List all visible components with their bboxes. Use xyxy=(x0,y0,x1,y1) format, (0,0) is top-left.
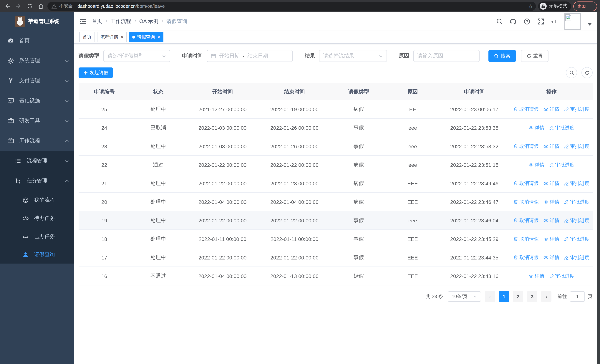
collapse-sidebar-icon[interactable] xyxy=(79,18,87,25)
page-button-2[interactable]: 2 xyxy=(513,291,523,302)
sidebar-item-leave-query[interactable]: 请假查询 xyxy=(0,245,74,263)
tag-home[interactable]: 首页 xyxy=(79,32,95,42)
approval-progress-link[interactable]: 审批进度 xyxy=(564,180,590,187)
browser-home-icon[interactable] xyxy=(36,2,45,10)
detail-link[interactable]: 详情 xyxy=(544,106,559,112)
approval-progress-link[interactable]: 审批进度 xyxy=(549,273,574,279)
table-row: 19 处理中 2022-01-22 00:00:00 2022-01-22 00… xyxy=(79,211,593,230)
detail-link[interactable]: 详情 xyxy=(528,273,544,279)
approval-progress-link[interactable]: 审批进度 xyxy=(564,143,590,149)
browser-back-icon[interactable] xyxy=(3,2,12,10)
detail-link[interactable]: 详情 xyxy=(544,198,559,205)
sidebar-item-task-mgmt[interactable]: 任务管理 xyxy=(0,171,74,191)
approval-progress-link[interactable]: 审批进度 xyxy=(564,217,590,224)
cell-apply-time: 2022-01-23 00:06:17 xyxy=(438,106,510,112)
tag-process-detail[interactable]: 流程详情 × xyxy=(97,32,127,42)
cell-apply-time: 2022-01-22 23:53:35 xyxy=(438,125,510,131)
detail-link[interactable]: 详情 xyxy=(544,180,559,187)
goto-page-input[interactable] xyxy=(570,291,585,302)
approval-progress-link[interactable]: 审批进度 xyxy=(549,161,574,168)
sidebar-item-done-tasks[interactable]: 已办任务 xyxy=(0,227,74,245)
approval-progress-link[interactable]: 审批进度 xyxy=(564,106,590,112)
sidebar-item-my-process[interactable]: 我的流程 xyxy=(0,191,74,209)
breadcrumb-oa-example[interactable]: OA 示例 xyxy=(139,18,159,25)
sidebar-item-infrastructure[interactable]: 基础设施 xyxy=(0,91,74,111)
refresh-button[interactable] xyxy=(581,67,593,78)
reason-input[interactable]: 请输入原因 xyxy=(413,50,479,62)
bookmark-icon[interactable]: ☆ xyxy=(528,3,533,9)
search-button[interactable]: 搜索 xyxy=(488,50,516,62)
window-scrollbar-track[interactable] xyxy=(597,12,600,364)
cancel-leave-link[interactable]: 取消请假 xyxy=(514,106,539,112)
next-page-button[interactable]: › xyxy=(541,291,552,302)
url-bar[interactable]: 不安全 dashboard.yudao.iocoder.cn/bpm/oa/le… xyxy=(47,2,536,10)
cell-id: 22 xyxy=(79,162,130,168)
cell-leave-type: 婚假 xyxy=(330,273,387,279)
browser-reload-icon[interactable] xyxy=(25,2,34,10)
tag-leave-query[interactable]: 请假查询 × xyxy=(129,32,163,42)
breadcrumb-workflow[interactable]: 工作流程 xyxy=(111,18,131,25)
page-button-3[interactable]: 3 xyxy=(527,291,537,302)
result-select[interactable]: 请选择流结果 xyxy=(319,50,387,62)
help-icon[interactable]: ? xyxy=(523,18,530,25)
cell-status: 处理中 xyxy=(130,106,187,112)
cancel-leave-link[interactable]: 取消请假 xyxy=(514,143,539,149)
page-button-1[interactable]: 1 xyxy=(499,291,509,302)
detail-link[interactable]: 详情 xyxy=(544,217,559,224)
breadcrumb-home[interactable]: 首页 xyxy=(92,18,102,25)
close-icon[interactable]: × xyxy=(121,35,123,40)
reset-button[interactable]: 重置 xyxy=(521,50,548,62)
sidebar-item-workflow[interactable]: 工作流程 xyxy=(0,131,74,151)
close-icon[interactable]: × xyxy=(158,35,160,40)
security-warning-icon[interactable] xyxy=(51,2,57,10)
cancel-leave-link[interactable]: 取消请假 xyxy=(514,254,539,261)
date-end-placeholder: 结束日期 xyxy=(247,53,268,59)
cell-status: 处理中 xyxy=(130,180,187,187)
show-search-button[interactable] xyxy=(566,67,577,78)
avatar[interactable] xyxy=(564,13,581,30)
github-icon[interactable] xyxy=(510,18,517,25)
cell-reason: EE xyxy=(387,106,438,112)
detail-link[interactable]: 详情 xyxy=(544,143,559,149)
sidebar-item-system[interactable]: 系统管理 xyxy=(0,51,74,71)
search-icon[interactable] xyxy=(496,18,503,25)
fullscreen-icon[interactable] xyxy=(537,18,544,25)
table-row: 20 处理中 2022-01-04 00:00:00 2022-01-04 00… xyxy=(79,193,593,211)
cancel-leave-link[interactable]: 取消请假 xyxy=(514,180,539,187)
font-size-icon[interactable]: TT xyxy=(551,18,558,25)
detail-link[interactable]: 详情 xyxy=(528,161,544,168)
approval-progress-link[interactable]: 审批进度 xyxy=(564,198,590,205)
apply-time-range-picker[interactable]: 开始日期 - 结束日期 xyxy=(207,50,293,62)
total-count: 共 23 条 xyxy=(426,293,443,300)
update-button[interactable]: 更新 ⋮ xyxy=(573,1,597,11)
sidebar-item-home[interactable]: 首页 xyxy=(0,31,74,51)
cell-id: 18 xyxy=(79,236,130,242)
monitor-icon xyxy=(7,97,14,104)
create-leave-button[interactable]: 发起请假 xyxy=(79,67,113,78)
cell-actions: 取消请假 详情 审批进度 xyxy=(510,217,593,224)
sidebar-item-todo-tasks[interactable]: 待办任务 xyxy=(0,209,74,227)
goto-suffix: 页 xyxy=(588,293,593,300)
page-size-select[interactable]: 10条/页 xyxy=(448,291,481,302)
cancel-leave-link[interactable]: 取消请假 xyxy=(514,235,539,242)
browser-forward-icon[interactable] xyxy=(14,2,23,10)
chevron-down-icon[interactable] xyxy=(587,23,592,25)
detail-link[interactable]: 详情 xyxy=(544,235,559,242)
table-body: 25 处理中 2021-12-27 00:00:00 2022-01-19 00… xyxy=(79,100,593,285)
cancel-leave-link[interactable]: 取消请假 xyxy=(514,198,539,205)
sidebar-item-process-mgmt[interactable]: 流程管理 xyxy=(0,151,74,171)
chevron-down-icon xyxy=(65,59,69,63)
browser-menu-icon[interactable]: ⋮ xyxy=(590,4,594,9)
detail-link[interactable]: 详情 xyxy=(544,254,559,261)
prev-page-button[interactable]: ‹ xyxy=(485,291,495,302)
sidebar-item-devtools[interactable]: 研发工具 xyxy=(0,111,74,131)
cancel-leave-link[interactable]: 取消请假 xyxy=(514,217,539,224)
sidebar-item-payment[interactable]: ¥ 支付管理 xyxy=(0,71,74,91)
approval-progress-link[interactable]: 审批进度 xyxy=(564,254,590,261)
approval-progress-link[interactable]: 审批进度 xyxy=(564,235,590,242)
approval-progress-link[interactable]: 审批进度 xyxy=(549,124,574,131)
table-row: 22 通过 2022-01-22 00:00:00 2022-01-22 00:… xyxy=(79,156,593,174)
detail-link[interactable]: 详情 xyxy=(528,124,544,131)
eye-closed-icon xyxy=(22,233,29,240)
leave-type-select[interactable]: 请选择请假类型 xyxy=(103,50,170,62)
